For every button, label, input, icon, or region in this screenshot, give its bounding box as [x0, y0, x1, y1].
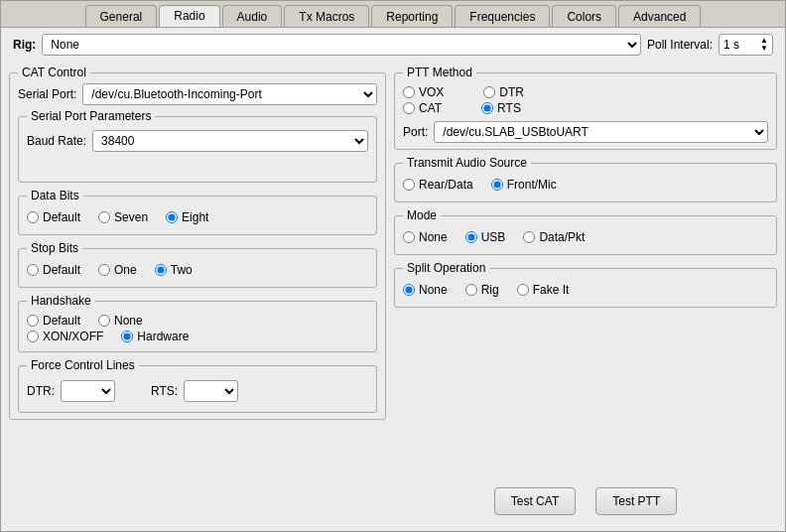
serial-port-params-group: Serial Port Parameters Baud Rate: 38400 — [18, 109, 377, 183]
split-operation-legend: Split Operation — [403, 261, 489, 275]
mode-usb-radio[interactable] — [465, 231, 477, 243]
rts-select[interactable] — [184, 380, 238, 402]
audio-front-label[interactable]: Front/Mic — [491, 178, 557, 192]
tab-reporting[interactable]: Reporting — [371, 5, 453, 27]
ptt-cat-radio[interactable] — [403, 102, 415, 114]
force-control-legend: Force Control Lines — [27, 358, 139, 372]
split-operation-group: Split Operation None Rig Fake It — [394, 261, 777, 308]
ptt-dtr-radio[interactable] — [483, 86, 495, 98]
serial-port-select[interactable]: /dev/cu.Bluetooth-Incoming-Port — [82, 83, 377, 105]
handshake-legend: Handshake — [27, 294, 95, 308]
handshake-none-label[interactable]: None — [98, 314, 143, 328]
rig-select[interactable]: None — [42, 34, 641, 56]
stop-bits-default-radio[interactable] — [27, 264, 39, 276]
handshake-group: Handshake Default None — [18, 294, 377, 352]
stop-bits-two-radio[interactable] — [155, 264, 167, 276]
split-none-radio[interactable] — [403, 284, 415, 296]
mode-legend: Mode — [403, 208, 441, 222]
split-rig-label[interactable]: Rig — [465, 283, 499, 297]
data-bits-legend: Data Bits — [27, 189, 83, 202]
split-rig-radio[interactable] — [465, 284, 477, 296]
mode-none-label[interactable]: None — [403, 230, 448, 244]
mode-group: Mode None USB Data/Pkt — [394, 208, 777, 255]
mode-datapkt-radio[interactable] — [523, 231, 535, 243]
data-bits-eight-radio[interactable] — [166, 211, 178, 223]
force-control-group: Force Control Lines DTR: RTS: — [18, 358, 377, 413]
cat-control-group: CAT Control Serial Port: /dev/cu.Bluetoo… — [9, 66, 386, 420]
ptt-cat-label[interactable]: CAT — [403, 101, 442, 115]
dtr-select[interactable] — [61, 380, 115, 402]
audio-rear-label[interactable]: Rear/Data — [403, 178, 473, 192]
ptt-vox-radio[interactable] — [403, 86, 415, 98]
rig-label: Rig: — [13, 38, 36, 52]
ptt-rts-label[interactable]: RTS — [481, 101, 521, 115]
poll-interval-stepper[interactable]: ▲ ▼ — [760, 37, 768, 53]
ptt-method-group: PTT Method VOX DTR — [394, 66, 777, 150]
data-bits-eight-label[interactable]: Eight — [166, 210, 208, 224]
handshake-hardware-radio[interactable] — [121, 331, 133, 342]
data-bits-default-radio[interactable] — [27, 211, 39, 223]
baud-rate-select[interactable]: 38400 — [92, 130, 368, 152]
handshake-default-radio[interactable] — [27, 315, 39, 327]
split-none-label[interactable]: None — [403, 283, 448, 297]
ptt-port-label: Port: — [403, 125, 428, 139]
tab-frequencies[interactable]: Frequencies — [455, 5, 550, 27]
handshake-xon-label[interactable]: XON/XOFF — [27, 330, 103, 343]
transmit-audio-legend: Transmit Audio Source — [403, 156, 531, 170]
handshake-none-radio[interactable] — [98, 315, 110, 327]
dtr-label: DTR: — [27, 384, 55, 398]
tab-colors[interactable]: Colors — [552, 5, 616, 27]
main-window: General Radio Audio Tx Macros Reporting … — [0, 0, 786, 532]
audio-front-radio[interactable] — [491, 179, 503, 191]
tab-bar: General Radio Audio Tx Macros Reporting … — [1, 1, 785, 28]
data-bits-seven-radio[interactable] — [98, 211, 110, 223]
stop-bits-two-label[interactable]: Two — [155, 263, 193, 277]
ptt-method-legend: PTT Method — [403, 66, 476, 79]
data-bits-seven-label[interactable]: Seven — [98, 210, 148, 224]
test-ptt-button[interactable]: Test PTT — [595, 487, 677, 515]
data-bits-group: Data Bits Default Seven Eight — [18, 189, 377, 235]
baud-rate-label: Baud Rate: — [27, 134, 86, 148]
poll-interval-value: 1 s — [723, 38, 739, 52]
rts-label: RTS: — [151, 384, 178, 398]
serial-port-params-legend: Serial Port Parameters — [27, 109, 155, 123]
stop-bits-legend: Stop Bits — [27, 241, 82, 255]
ptt-vox-label[interactable]: VOX — [403, 85, 444, 99]
test-cat-button[interactable]: Test CAT — [494, 487, 576, 515]
tab-general[interactable]: General — [85, 5, 158, 27]
mode-usb-label[interactable]: USB — [465, 230, 506, 244]
mode-datapkt-label[interactable]: Data/Pkt — [523, 230, 585, 244]
split-fakeit-label[interactable]: Fake It — [517, 283, 570, 297]
ptt-port-select[interactable]: /dev/cu.SLAB_USBtoUART — [434, 121, 768, 143]
ptt-rts-radio[interactable] — [481, 102, 493, 114]
ptt-dtr-label[interactable]: DTR — [483, 85, 524, 99]
tab-radio[interactable]: Radio — [159, 5, 219, 27]
stop-bits-one-label[interactable]: One — [98, 263, 137, 277]
handshake-default-label[interactable]: Default — [27, 314, 80, 328]
tab-audio[interactable]: Audio — [222, 5, 283, 27]
tab-advanced[interactable]: Advanced — [618, 5, 701, 27]
transmit-audio-group: Transmit Audio Source Rear/Data Front/Mi… — [394, 156, 777, 202]
poll-interval-label: Poll Interval: — [647, 38, 713, 52]
cat-control-legend: CAT Control — [18, 66, 90, 79]
tab-tx-macros[interactable]: Tx Macros — [284, 5, 369, 27]
stop-bits-one-radio[interactable] — [98, 264, 110, 276]
split-fakeit-radio[interactable] — [517, 284, 529, 296]
stop-bits-group: Stop Bits Default One Two — [18, 241, 377, 288]
data-bits-default-label[interactable]: Default — [27, 210, 80, 224]
stop-bits-default-label[interactable]: Default — [27, 263, 80, 277]
serial-port-label: Serial Port: — [18, 87, 76, 101]
handshake-hardware-label[interactable]: Hardware — [121, 330, 189, 343]
audio-rear-radio[interactable] — [403, 179, 415, 191]
handshake-xon-radio[interactable] — [27, 331, 39, 342]
mode-none-radio[interactable] — [403, 231, 415, 243]
